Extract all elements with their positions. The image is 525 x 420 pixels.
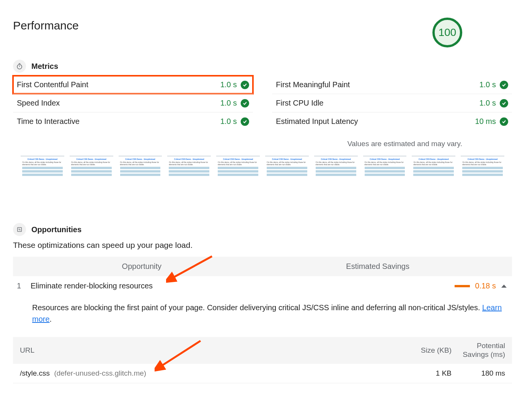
resource-host: (defer-unused-css.glitch.me): [54, 369, 146, 377]
chevron-up-icon[interactable]: [501, 285, 507, 288]
metrics-grid: First Contentful Paint1.0 sFirst Meaning…: [13, 76, 512, 130]
filmstrip-frame: Critical CSS Demo - UnoptimizedOn this d…: [265, 156, 309, 209]
score-value: 100: [439, 26, 457, 39]
metric-label: Speed Index: [17, 99, 220, 107]
metric-row[interactable]: Estimated Input Latency10 ms: [272, 112, 512, 130]
filmstrip-frame: Critical CSS Demo - UnoptimizedOn this d…: [363, 156, 407, 209]
resource-path: /style.css: [20, 369, 50, 377]
opportunities-description: These optimizations can speed up your pa…: [13, 241, 512, 250]
metric-value: 1.0 s: [479, 80, 496, 89]
check-circle-icon: [500, 99, 508, 107]
resource-savings: 180 ms: [452, 369, 505, 378]
svg-rect-3: [18, 228, 22, 232]
metric-value: 1.0 s: [220, 80, 237, 89]
resource-size: 1 KB: [398, 369, 452, 378]
metrics-disclaimer: Values are estimated and may vary.: [13, 140, 462, 148]
metric-row[interactable]: First Contentful Paint1.0 s: [13, 76, 253, 94]
performance-score-gauge: 100: [432, 18, 462, 47]
stopwatch-icon: [13, 60, 26, 73]
resource-table-header: URL Size (KB) Potential Savings (ms): [13, 337, 512, 364]
savings-bar: [455, 285, 470, 287]
page-title: Performance: [13, 19, 432, 32]
opportunity-savings-value: 0.18 s: [475, 282, 496, 290]
filmstrip-frame: Critical CSS Demo - UnoptimizedOn this d…: [216, 156, 260, 209]
metric-row[interactable]: First CPU Idle1.0 s: [272, 94, 512, 112]
metric-row[interactable]: First Meaningful Paint1.0 s: [272, 76, 512, 94]
metric-value: 1.0 s: [220, 117, 237, 126]
opportunity-name: Eliminate render-blocking resources: [31, 282, 455, 290]
lab-icon: [13, 223, 26, 236]
metrics-section-header: Metrics: [13, 60, 512, 73]
filmstrip-frame: Critical CSS Demo - UnoptimizedOn this d…: [70, 156, 113, 209]
filmstrip-frame: Critical CSS Demo - UnoptimizedOn this d…: [412, 156, 455, 209]
filmstrip-frame: Critical CSS Demo - UnoptimizedOn this d…: [119, 156, 162, 209]
filmstrip-frame: Critical CSS Demo - UnoptimizedOn this d…: [21, 156, 64, 209]
resource-row[interactable]: /style.css (defer-unused-css.glitch.me) …: [13, 364, 512, 383]
filmstrip-frame: Critical CSS Demo - UnoptimizedOn this d…: [314, 156, 358, 209]
metric-row[interactable]: Time to Interactive1.0 s: [13, 112, 253, 130]
column-opportunity: Opportunity: [20, 262, 161, 271]
opportunity-detail: Resources are blocking the first paint o…: [13, 296, 512, 331]
metric-label: First CPU Idle: [276, 99, 479, 107]
metrics-title: Metrics: [31, 62, 58, 71]
check-circle-icon: [500, 117, 508, 126]
opportunity-row[interactable]: 1 Eliminate render-blocking resources 0.…: [13, 276, 512, 296]
metric-value: 1.0 s: [220, 99, 237, 107]
metric-value: 10 ms: [475, 117, 496, 126]
metric-label: First Meaningful Paint: [276, 80, 479, 89]
opportunity-detail-text: Resources are blocking the first paint o…: [32, 303, 482, 312]
check-circle-icon: [500, 81, 508, 89]
filmstrip-frame: Critical CSS Demo - UnoptimizedOn this d…: [461, 156, 504, 209]
opportunities-title: Opportunities: [31, 225, 82, 234]
metric-row[interactable]: Speed Index1.0 s: [13, 94, 253, 112]
opportunities-section-header: Opportunities: [13, 223, 512, 236]
filmstrip: Critical CSS Demo - UnoptimizedOn this d…: [21, 156, 504, 209]
column-estimated-savings: Estimated Savings: [161, 262, 505, 271]
column-url: URL: [20, 346, 398, 355]
column-potential-savings: Potential Savings (ms): [452, 342, 505, 359]
metric-label: Time to Interactive: [17, 117, 220, 126]
metric-value: 1.0 s: [479, 99, 496, 107]
opportunity-index: 1: [17, 282, 31, 290]
metric-label: Estimated Input Latency: [276, 117, 475, 126]
opportunity-table-header: Opportunity Estimated Savings: [13, 257, 512, 276]
metric-label: First Contentful Paint: [17, 80, 220, 89]
check-circle-icon: [241, 81, 249, 89]
filmstrip-frame: Critical CSS Demo - UnoptimizedOn this d…: [167, 156, 211, 209]
check-circle-icon: [241, 117, 249, 126]
check-circle-icon: [241, 99, 249, 107]
column-size: Size (KB): [398, 346, 452, 355]
resource-url: /style.css (defer-unused-css.glitch.me): [20, 369, 398, 378]
